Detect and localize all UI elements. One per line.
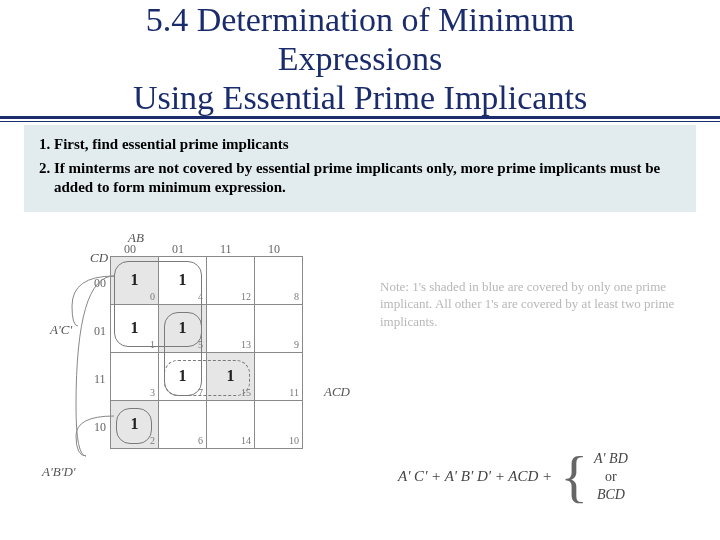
cell-1-0-val: 1	[131, 319, 139, 336]
cell-0-2-idx: 12	[241, 291, 251, 302]
title-line-2: Expressions	[278, 40, 442, 77]
title-rule-thin	[0, 121, 720, 122]
col-header-1: 01	[172, 242, 184, 257]
title-line-1: 5.4 Determination of Minimum	[146, 1, 575, 38]
row-header-2: 11	[94, 372, 106, 387]
title-rule-thick	[0, 116, 720, 119]
rows-var-label: CD	[90, 250, 108, 266]
label-abd-prime: A'B'D'	[42, 464, 76, 480]
expr-option-2: BCD	[594, 487, 628, 503]
cell-0-0-val: 1	[131, 271, 139, 288]
cell-0-0-idx: 0	[150, 291, 155, 302]
col-header-3: 10	[268, 242, 280, 257]
row-header-3: 10	[94, 420, 106, 435]
cell-3-2-idx: 14	[241, 435, 251, 446]
slide: 5.4 Determination of Minimum Expressions…	[0, 0, 720, 540]
cell-3-0-val: 1	[131, 415, 139, 432]
label-ac-prime: A'C'	[50, 322, 72, 338]
row-header-0: 00	[94, 276, 106, 291]
cell-0-1-idx: 4	[198, 291, 203, 302]
label-acd: ACD	[324, 384, 350, 400]
cell-3-0-idx: 2	[150, 435, 155, 446]
col-header-2: 11	[220, 242, 232, 257]
col-header-0: 00	[124, 242, 136, 257]
cell-2-3-idx: 11	[289, 387, 299, 398]
kmap-grid: 10 14 12 8 11 15 13 9 3 17 115 11	[110, 256, 303, 449]
row-header-1: 01	[94, 324, 106, 339]
cell-3-3-idx: 10	[289, 435, 299, 446]
expr-or: or	[594, 469, 628, 485]
step-1: First, find essential prime implicants	[54, 135, 688, 155]
content-area: AB CD 00 01 11 10 00 01 11 10 A'C' A'B'D…	[0, 218, 720, 540]
step-2: If minterms are not covered by essential…	[54, 159, 688, 198]
steps-box: First, find essential prime implicants I…	[24, 125, 696, 212]
cell-1-2-idx: 13	[241, 339, 251, 350]
cell-1-1-idx: 5	[198, 339, 203, 350]
final-expression: A' C' + A' B' D' + ACD + { A' BD or BCD	[398, 448, 628, 506]
slide-title: 5.4 Determination of Minimum Expressions…	[40, 0, 680, 117]
cell-1-0-idx: 1	[150, 339, 155, 350]
expr-left: A' C' + A' B' D' + ACD +	[398, 468, 552, 485]
brace-icon: {	[560, 448, 588, 506]
expr-option-1: A' BD	[594, 451, 628, 467]
title-line-3: Using Essential Prime Implicants	[133, 79, 587, 116]
cell-2-0-idx: 3	[150, 387, 155, 398]
cell-3-1-idx: 6	[198, 435, 203, 446]
cell-2-2-val: 1	[227, 367, 235, 384]
cell-2-1-idx: 7	[198, 387, 203, 398]
cell-0-1-val: 1	[179, 271, 187, 288]
title-block: 5.4 Determination of Minimum Expressions…	[0, 0, 720, 117]
cell-2-1-val: 1	[179, 367, 187, 384]
cell-1-1-val: 1	[179, 319, 187, 336]
cell-0-3-idx: 8	[294, 291, 299, 302]
cell-1-3-idx: 9	[294, 339, 299, 350]
kmap-figure: AB CD 00 01 11 10 00 01 11 10 A'C' A'B'D…	[40, 228, 360, 538]
cell-2-2-idx: 15	[241, 387, 251, 398]
coverage-note: Note: 1's shaded in blue are covered by …	[380, 278, 680, 331]
